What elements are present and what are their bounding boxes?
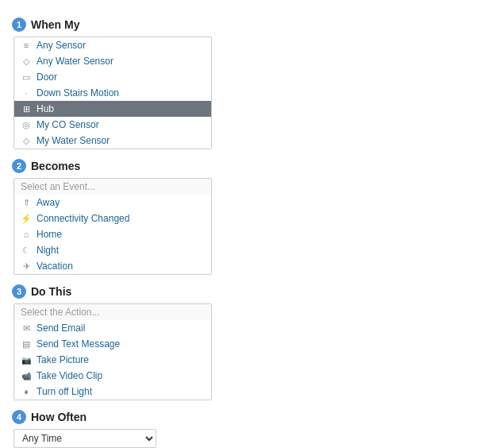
how-often-dropdown[interactable]: Any Time Once Every Time bbox=[13, 429, 156, 448]
how-often-dropdown-wrapper: Any Time Once Every Time bbox=[13, 429, 469, 448]
my-water-sensor-label: My Water Sensor bbox=[37, 135, 110, 146]
send-email-icon: ✉ bbox=[21, 323, 32, 334]
becomes-header: 2 Becomes bbox=[12, 159, 469, 173]
list-item-hub[interactable]: ⊞ Hub bbox=[14, 101, 211, 117]
how-often-section: 4 How Often Any Time Once Every Time bbox=[12, 410, 469, 448]
how-often-label: How Often bbox=[31, 411, 87, 423]
list-item-down-stairs-motion[interactable]: · Down Stairs Motion bbox=[14, 85, 211, 101]
my-co-sensor-label: My CO Sensor bbox=[37, 119, 99, 130]
take-video-label: Take Video Clip bbox=[37, 370, 102, 381]
turn-off-light-label: Turn off Light bbox=[37, 386, 92, 397]
away-label: Away bbox=[37, 197, 60, 208]
becomes-label: Becomes bbox=[31, 160, 80, 172]
list-item-send-text[interactable]: ▤ Send Text Message bbox=[14, 336, 211, 352]
connectivity-icon: ⚡ bbox=[21, 214, 32, 224]
send-text-label: Send Text Message bbox=[37, 338, 120, 350]
any-sensor-icon: ≡ bbox=[21, 41, 32, 50]
any-sensor-label: Any Sensor bbox=[37, 40, 86, 51]
send-email-label: Send Email bbox=[37, 322, 85, 334]
do-this-list: Select the Action... ✉ Send Email ▤ Send… bbox=[13, 303, 212, 400]
any-water-sensor-icon: ◇ bbox=[21, 56, 32, 67]
vacation-label: Vacation bbox=[37, 261, 73, 272]
list-item-any-water-sensor[interactable]: ◇ Any Water Sensor bbox=[14, 53, 211, 69]
section-number-3: 3 bbox=[12, 284, 26, 299]
home-label: Home bbox=[37, 229, 62, 240]
how-often-header: 4 How Often bbox=[12, 410, 469, 424]
when-my-header: 1 When My bbox=[12, 17, 469, 32]
do-this-placeholder-text: Select the Action... bbox=[21, 307, 99, 318]
section-number-2: 2 bbox=[12, 159, 26, 173]
becomes-list: Select an Event... ⇑ Away ⚡ Connectivity… bbox=[13, 178, 212, 275]
list-item-turn-off-light[interactable]: ♦ Turn off Light bbox=[14, 384, 211, 400]
list-item-any-sensor[interactable]: ≡ Any Sensor bbox=[14, 37, 211, 53]
take-picture-label: Take Picture bbox=[37, 354, 89, 365]
do-this-header: 3 Do This bbox=[12, 284, 469, 299]
becomes-placeholder-text: Select an Event... bbox=[21, 181, 95, 192]
take-video-icon: 📹 bbox=[21, 372, 32, 380]
home-icon: ⌂ bbox=[21, 230, 32, 239]
co-sensor-icon: ◎ bbox=[21, 120, 32, 130]
my-water-sensor-icon: ◇ bbox=[21, 136, 32, 146]
list-item-night[interactable]: ☾ Night bbox=[14, 242, 211, 258]
becomes-placeholder: Select an Event... bbox=[14, 179, 211, 195]
hub-label: Hub bbox=[37, 103, 54, 114]
send-text-icon: ▤ bbox=[21, 339, 32, 350]
turn-off-light-icon: ♦ bbox=[21, 387, 32, 396]
door-icon: ▭ bbox=[21, 72, 32, 83]
vacation-icon: ✈ bbox=[21, 261, 32, 272]
when-my-section: 1 When My ≡ Any Sensor ◇ Any Water Senso… bbox=[12, 17, 469, 149]
list-item-my-water-sensor[interactable]: ◇ My Water Sensor bbox=[14, 133, 211, 149]
list-item-connectivity-changed[interactable]: ⚡ Connectivity Changed bbox=[14, 210, 211, 226]
list-item-take-picture[interactable]: 📷 Take Picture bbox=[14, 352, 211, 368]
section-number-1: 1 bbox=[12, 17, 26, 32]
door-label: Door bbox=[37, 71, 57, 83]
list-item-home[interactable]: ⌂ Home bbox=[14, 226, 211, 242]
do-this-label: Do This bbox=[31, 285, 71, 298]
night-label: Night bbox=[37, 245, 59, 256]
motion-icon: · bbox=[21, 88, 32, 98]
do-this-placeholder: Select the Action... bbox=[14, 304, 211, 320]
list-item-my-co-sensor[interactable]: ◎ My CO Sensor bbox=[14, 117, 211, 133]
when-my-label: When My bbox=[31, 18, 79, 31]
down-stairs-motion-label: Down Stairs Motion bbox=[37, 87, 119, 98]
connectivity-changed-label: Connectivity Changed bbox=[37, 213, 129, 224]
do-this-section: 3 Do This Select the Action... ✉ Send Em… bbox=[12, 284, 469, 400]
away-icon: ⇑ bbox=[21, 198, 32, 208]
any-water-sensor-label: Any Water Sensor bbox=[37, 56, 114, 67]
hub-icon: ⊞ bbox=[21, 104, 32, 114]
list-item-take-video[interactable]: 📹 Take Video Clip bbox=[14, 368, 211, 384]
section-number-4: 4 bbox=[12, 410, 26, 424]
becomes-section: 2 Becomes Select an Event... ⇑ Away ⚡ Co… bbox=[12, 159, 469, 275]
list-item-vacation[interactable]: ✈ Vacation bbox=[14, 258, 211, 274]
take-picture-icon: 📷 bbox=[21, 356, 32, 365]
when-my-list: ≡ Any Sensor ◇ Any Water Sensor ▭ Door ·… bbox=[13, 37, 212, 149]
night-icon: ☾ bbox=[21, 245, 32, 256]
list-item-door[interactable]: ▭ Door bbox=[14, 69, 211, 85]
list-item-send-email[interactable]: ✉ Send Email bbox=[14, 320, 211, 336]
list-item-away[interactable]: ⇑ Away bbox=[14, 195, 211, 210]
